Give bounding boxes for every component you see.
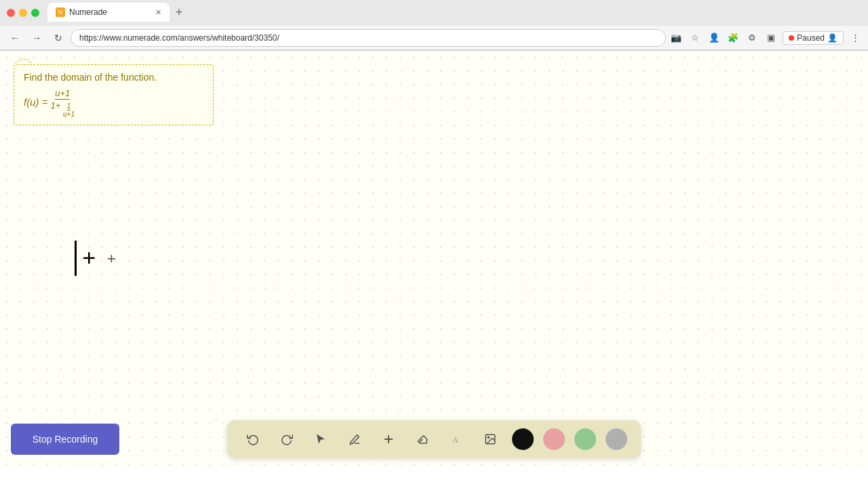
new-tab-button[interactable]: +: [170, 3, 189, 22]
recording-dot: [789, 35, 794, 41]
tab-label: Numerade: [69, 7, 107, 17]
browser-chrome: N Numerade ✕ + ← → ↻ https://www.numerad…: [0, 0, 868, 51]
eraser-button[interactable]: [410, 427, 435, 451]
forward-button[interactable]: →: [27, 28, 46, 47]
whiteboard: 1 Find the domain of the function. f(u) …: [0, 51, 868, 468]
question-text: Find the domain of the function.: [24, 72, 203, 83]
nav-bar: ← → ↻ https://www.numerade.com/answers/w…: [0, 26, 868, 50]
pen-icon: [349, 433, 361, 445]
text-button[interactable]: A: [444, 427, 469, 451]
window-controls: [7, 9, 39, 17]
title-bar: N Numerade ✕ +: [0, 0, 868, 26]
cursor-icon: [315, 433, 327, 445]
image-button[interactable]: [478, 427, 502, 451]
undo-button[interactable]: [241, 427, 265, 451]
back-button[interactable]: ←: [5, 28, 24, 47]
paused-button[interactable]: Paused 👤: [783, 31, 844, 45]
profile-avatar: 👤: [827, 33, 837, 43]
address-bar[interactable]: https://www.numerade.com/answers/whitebo…: [71, 29, 666, 47]
settings-icon[interactable]: ⚙: [745, 30, 760, 45]
color-gray-button[interactable]: [606, 428, 627, 450]
sub-fraction: 1 u+1: [63, 102, 75, 118]
undo-icon: [247, 433, 259, 445]
eraser-icon: [416, 433, 429, 445]
question-card: Find the domain of the function. f(u) = …: [14, 64, 214, 125]
svg-point-4: [488, 436, 489, 438]
pen-button[interactable]: [342, 427, 367, 451]
svg-text:A: A: [452, 435, 458, 445]
nav-right-icons: 📷 ☆ 👤 🧩 ⚙ ▣ Paused 👤 ⋮: [669, 30, 863, 45]
add-icon: [382, 433, 395, 445]
url-text: https://www.numerade.com/answers/whitebo…: [79, 33, 279, 43]
tab-favicon: N: [56, 7, 65, 17]
sub-numerator: 1: [67, 102, 71, 110]
main-numerator: u+1: [55, 88, 70, 100]
more-menu-icon[interactable]: ⋮: [848, 30, 863, 45]
redo-icon: [281, 433, 293, 445]
sidebar-icon[interactable]: ▣: [764, 30, 778, 45]
stop-recording-button[interactable]: Stop Recording: [11, 424, 119, 455]
color-green-button[interactable]: [574, 428, 596, 450]
formula-prefix: f(u) =: [24, 96, 51, 108]
select-button[interactable]: [309, 427, 333, 451]
handwriting-content: + +: [75, 241, 116, 276]
minimize-window-button[interactable]: [19, 9, 27, 17]
text-icon: A: [450, 433, 462, 445]
sub-denominator: u+1: [63, 110, 75, 118]
main-fraction: u+1 1+ 1 u+1: [51, 88, 75, 118]
drawing-toolbar: A: [227, 420, 641, 458]
plus-drawn: +: [82, 244, 96, 272]
close-window-button[interactable]: [7, 9, 15, 17]
tab-close-button[interactable]: ✕: [155, 8, 161, 17]
color-pink-button[interactable]: [543, 428, 565, 450]
redo-button[interactable]: [275, 427, 299, 451]
cast-icon[interactable]: 📷: [669, 30, 684, 45]
bookmark-icon[interactable]: ☆: [688, 30, 703, 45]
add-button[interactable]: [376, 427, 401, 451]
refresh-button[interactable]: ↻: [49, 28, 68, 47]
active-tab[interactable]: N Numerade ✕: [47, 3, 170, 22]
profile-icon[interactable]: 👤: [707, 30, 722, 45]
maximize-window-button[interactable]: [31, 9, 39, 17]
text-cursor: [75, 241, 77, 276]
paused-label: Paused: [797, 33, 825, 43]
small-plus-drawn: +: [107, 249, 117, 268]
math-formula: f(u) = u+1 1+ 1 u+1: [24, 88, 203, 118]
main-denominator: 1+ 1 u+1: [51, 100, 75, 118]
image-icon: [484, 433, 496, 445]
color-black-button[interactable]: [512, 428, 534, 450]
extension-icon[interactable]: 🧩: [726, 30, 741, 45]
